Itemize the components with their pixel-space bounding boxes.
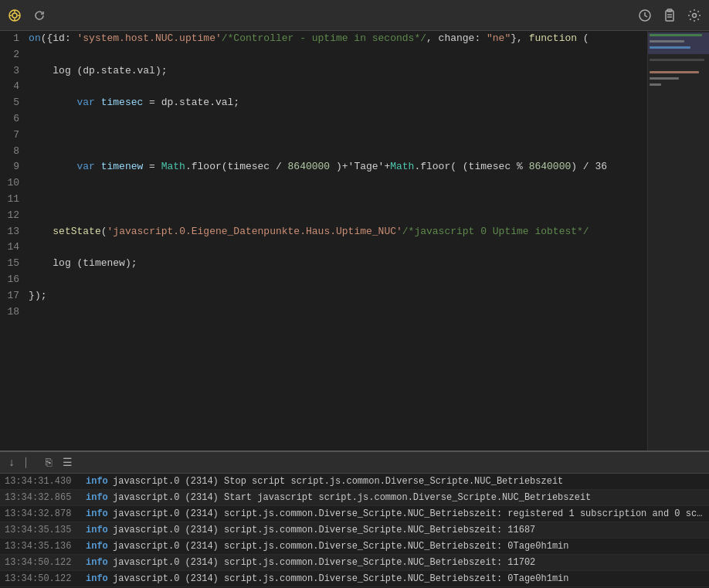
log-timestamp: 13:34:35.135 <box>5 523 86 537</box>
minimap-content <box>648 31 709 93</box>
line-content <box>29 144 647 160</box>
toolbar <box>0 0 709 31</box>
line-number: 9 <box>0 159 29 175</box>
line-content: var timesec = dp.state.val; <box>29 95 647 111</box>
log-copy-icon[interactable]: ⎘ <box>42 456 56 470</box>
table-row: 2 <box>0 47 647 63</box>
log-timestamp: 13:34:50.122 <box>5 556 86 569</box>
table-row: 12 <box>0 208 647 224</box>
log-message: javascript.0 (2314) script.js.common.Div… <box>113 507 704 521</box>
line-content <box>29 272 647 288</box>
line-number: 2 <box>0 47 29 63</box>
log-level: info <box>86 523 113 537</box>
log-timestamp: 13:34:32.865 <box>5 491 86 505</box>
editor-area: 1on({id: 'system.host.NUC.uptime'/*Contr… <box>0 31 709 450</box>
line-content: }); <box>29 288 647 304</box>
log-message: javascript.0 (2314) script.js.common.Div… <box>113 572 569 586</box>
list-item: 13:34:32.878 info javascript.0 (2314) sc… <box>0 506 709 522</box>
list-item: 13:34:35.135 info javascript.0 (2314) sc… <box>0 522 709 539</box>
line-number: 10 <box>0 175 29 192</box>
table-row: 16 <box>0 272 647 288</box>
line-number: 7 <box>0 127 29 144</box>
clipboard-icon[interactable] <box>661 7 678 24</box>
svg-rect-7 <box>666 11 673 21</box>
log-level: info <box>86 572 113 586</box>
svg-point-11 <box>693 13 697 17</box>
table-row: 18 <box>0 304 647 321</box>
line-number: 3 <box>0 63 29 80</box>
line-number: 14 <box>0 240 29 256</box>
log-timestamp: 13:34:31.430 <box>5 474 86 488</box>
line-content: log (timenew); <box>29 256 647 272</box>
log-level: info <box>86 556 113 569</box>
table-row: 6 <box>0 111 647 127</box>
log-message: javascript.0 (2314) Stop script script.j… <box>113 474 563 488</box>
list-item: 13:34:35.136 info javascript.0 (2314) sc… <box>0 539 709 555</box>
log-message: javascript.0 (2314) script.js.common.Div… <box>113 556 535 569</box>
toolbar-left <box>6 7 48 24</box>
settings-icon[interactable] <box>686 7 703 24</box>
log-toolbar: ↓ ⎸ ⎘ ☰ <box>0 452 709 474</box>
log-message: javascript.0 (2314) script.js.common.Div… <box>113 539 569 553</box>
log-list-icon[interactable]: ☰ <box>60 456 74 470</box>
list-item: 13:34:50.122 info javascript.0 (2314) sc… <box>0 555 709 571</box>
target-icon[interactable] <box>6 7 23 24</box>
clock-icon[interactable] <box>636 7 653 24</box>
line-content: var timenew = Math.floor(timesec / 86400… <box>29 159 647 175</box>
line-content: on({id: 'system.host.NUC.uptime'/*Contro… <box>29 31 647 47</box>
line-content <box>29 111 647 127</box>
table-row: 14 <box>0 240 647 256</box>
log-level: info <box>86 539 113 553</box>
table-row: 3 log (dp.state.val); <box>0 63 647 80</box>
line-content <box>29 240 647 256</box>
log-message: javascript.0 (2314) script.js.common.Div… <box>113 523 535 537</box>
table-row: 7 <box>0 127 647 144</box>
log-level: info <box>86 491 113 505</box>
table-row: 15 log (timenew); <box>0 256 647 272</box>
minimap <box>647 31 709 450</box>
table-row: 13 setState('javascript.0.Eigene_Datenpu… <box>0 224 647 240</box>
log-entries: 13:34:31.430 info javascript.0 (2314) St… <box>0 474 709 588</box>
line-content: log (dp.state.val); <box>29 63 647 80</box>
table-row: 1on({id: 'system.host.NUC.uptime'/*Contr… <box>0 31 647 47</box>
line-content <box>29 304 647 321</box>
table-row: 17}); <box>0 288 647 304</box>
line-number: 6 <box>0 111 29 127</box>
line-number: 4 <box>0 79 29 95</box>
log-level: info <box>86 474 113 488</box>
code-table: 1on({id: 'system.host.NUC.uptime'/*Contr… <box>0 31 647 320</box>
line-content <box>29 208 647 224</box>
table-row: 8 <box>0 144 647 160</box>
line-number: 15 <box>0 256 29 272</box>
table-row: 9 var timenew = Math.floor(timesec / 864… <box>0 159 647 175</box>
list-item: 13:34:50.122 info javascript.0 (2314) sc… <box>0 571 709 587</box>
list-item: 13:34:32.865 info javascript.0 (2314) St… <box>0 490 709 506</box>
log-clear-icon[interactable]: ⎸ <box>23 456 37 470</box>
svg-point-1 <box>12 13 17 18</box>
refresh-icon[interactable] <box>31 7 48 24</box>
line-content: setState('javascript.0.Eigene_Datenpunkt… <box>29 224 647 240</box>
table-row: 11 <box>0 192 647 208</box>
line-number: 16 <box>0 272 29 288</box>
line-content <box>29 127 647 144</box>
log-timestamp: 13:34:32.878 <box>5 507 86 521</box>
line-number: 13 <box>0 224 29 240</box>
log-panel: ↓ ⎸ ⎘ ☰ 13:34:31.430 info javascript.0 (… <box>0 450 709 588</box>
line-content <box>29 192 647 208</box>
table-row: 5 var timesec = dp.state.val; <box>0 95 647 111</box>
table-row: 10 <box>0 175 647 192</box>
log-message: javascript.0 (2314) Start javascript scr… <box>113 491 591 505</box>
table-row: 4 <box>0 79 647 95</box>
code-editor[interactable]: 1on({id: 'system.host.NUC.uptime'/*Contr… <box>0 31 647 450</box>
log-download-icon[interactable]: ↓ <box>5 456 19 470</box>
line-number: 8 <box>0 144 29 160</box>
line-content <box>29 175 647 192</box>
line-number: 12 <box>0 208 29 224</box>
toolbar-right <box>636 7 703 24</box>
line-content <box>29 47 647 63</box>
line-content <box>29 79 647 95</box>
line-number: 18 <box>0 304 29 321</box>
line-number: 17 <box>0 288 29 304</box>
line-number: 5 <box>0 95 29 111</box>
line-number: 11 <box>0 192 29 208</box>
